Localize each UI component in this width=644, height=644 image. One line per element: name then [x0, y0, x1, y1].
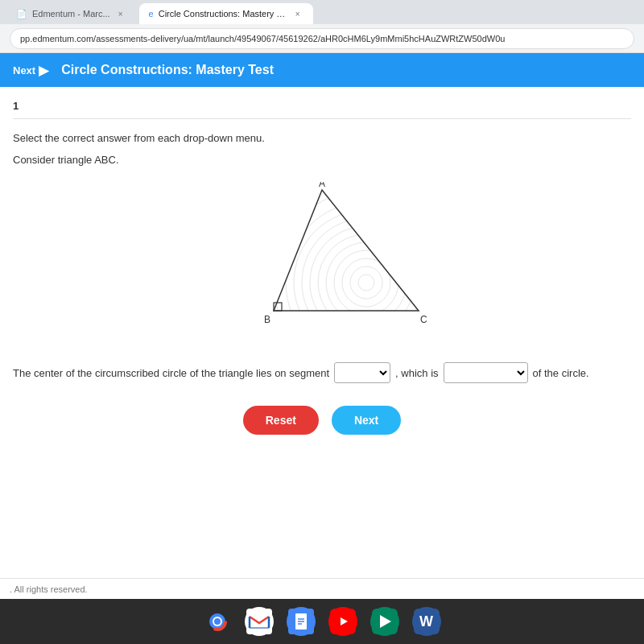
tab-icon-edmentum: 📄 — [16, 9, 27, 19]
triangle-svg: A B C — [209, 182, 435, 343]
taskbar-youtube-icon[interactable] — [328, 607, 357, 636]
svg-point-6 — [318, 234, 415, 331]
svg-point-12 — [262, 182, 435, 343]
svg-point-2 — [350, 266, 382, 299]
footer: . All rights reserved. — [0, 578, 644, 599]
taskbar: W — [0, 599, 644, 644]
page-title: Circle Constructions: Mastery Test — [61, 63, 274, 77]
svg-point-18 — [214, 618, 221, 625]
app-header: Next ▶ Circle Constructions: Mastery Tes… — [0, 53, 644, 87]
taskbar-gmail-icon[interactable] — [245, 607, 274, 636]
sentence-before: The center of the circumscribed circle o… — [13, 367, 329, 379]
footer-text: . All rights reserved. — [10, 584, 88, 594]
taskbar-word-icon[interactable]: W — [412, 607, 441, 636]
reset-button[interactable]: Reset — [243, 406, 319, 435]
tab-close-circle[interactable]: × — [292, 8, 303, 19]
buttons-row: Reset Next — [13, 406, 631, 435]
sentence-middle: , which is — [395, 367, 438, 379]
tab-label-edmentum: Edmentum - Marc... — [32, 9, 110, 19]
svg-point-8 — [302, 218, 431, 343]
header-next-icon: ▶ — [39, 63, 48, 78]
svg-text:W: W — [419, 613, 433, 630]
sentence-after: of the circle. — [533, 367, 589, 379]
svg-point-4 — [334, 250, 398, 315]
sentence-row: The center of the circumscribed circle o… — [13, 362, 631, 383]
circle-part-dropdown[interactable]: a diameter a chord a radius an arc — [444, 362, 528, 383]
consider-text: Consider triangle ABC. — [13, 154, 631, 166]
tab-label-circle: Circle Constructions: Mastery T... — [159, 9, 287, 19]
svg-point-1 — [358, 275, 374, 291]
svg-point-7 — [310, 226, 423, 339]
tab-close-edmentum[interactable]: × — [115, 8, 126, 19]
tab-icon-circle: e — [149, 9, 154, 19]
header-next-label: Next — [13, 64, 35, 76]
main-content: 1 Select the correct answer from each dr… — [0, 87, 644, 578]
triangle-figure: A B C — [13, 182, 631, 343]
svg-point-9 — [294, 210, 435, 343]
taskbar-play-icon[interactable] — [370, 607, 399, 636]
vertex-c-label: C — [420, 314, 427, 325]
segment-dropdown[interactable]: AB BC AC — [334, 362, 390, 383]
question-number: 1 — [13, 100, 631, 119]
taskbar-chrome-icon[interactable] — [203, 607, 232, 636]
vertex-b-label: B — [264, 314, 270, 325]
svg-point-11 — [274, 190, 435, 343]
header-next-button[interactable]: Next ▶ — [13, 63, 48, 78]
vertex-a-label: A — [319, 182, 325, 189]
browser-tabs: 📄 Edmentum - Marc... × e Circle Construc… — [0, 0, 644, 24]
taskbar-docs-icon[interactable] — [287, 607, 316, 636]
address-bar — [0, 24, 644, 53]
tab-edmentum[interactable]: 📄 Edmentum - Marc... × — [6, 3, 136, 24]
instruction-text: Select the correct answer from each drop… — [13, 132, 631, 144]
address-input[interactable] — [10, 28, 634, 49]
tab-circle-constructions[interactable]: e Circle Constructions: Mastery T... × — [139, 3, 313, 24]
next-button[interactable]: Next — [332, 406, 401, 435]
